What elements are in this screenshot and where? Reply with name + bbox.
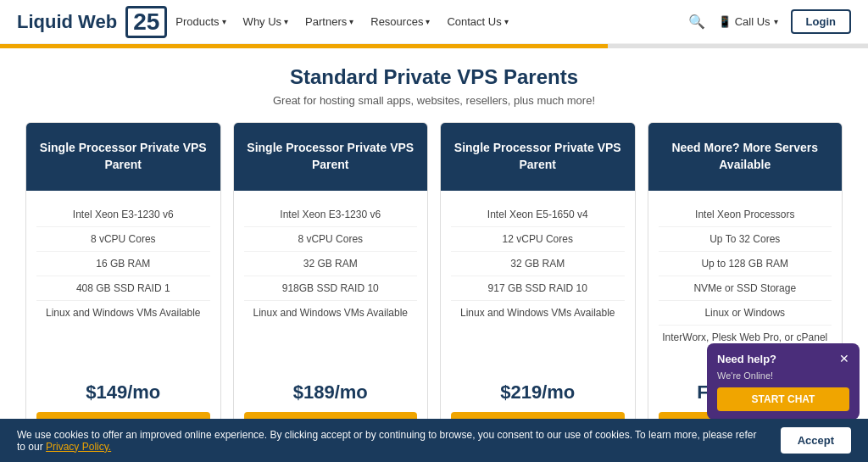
spec-item: Up To 32 Cores [659,227,832,252]
call-button[interactable]: 📱 Call Us ▾ [718,15,778,28]
chat-header: Need help? ✕ [717,352,849,365]
card-1-specs: Intel Xeon E3-1230 v6 8 vCPU Cores 16 GB… [36,203,210,370]
card-1: Single Processor Private VPS Parent Inte… [25,122,221,455]
card-2-price: $189/mo [244,381,418,404]
card-2-specs: Intel Xeon E3-1230 v6 8 vCPU Cores 32 GB… [244,203,418,370]
nav-products[interactable]: Products ▾ [175,15,225,28]
card-1-price: $149/mo [36,381,210,404]
card-2: Single Processor Private VPS Parent Inte… [233,122,429,455]
chevron-down-icon: ▾ [284,17,288,26]
card-4-header: Need More? More Servers Available [648,123,843,191]
section1-title: Standard Private VPS Parents [25,65,843,89]
spec-item: Intel Xeon E5-1650 v4 [451,203,625,227]
start-chat-button[interactable]: START CHAT [717,387,849,411]
chat-close-icon[interactable]: ✕ [839,352,849,365]
cookie-text: We use cookies to offer an improved onli… [17,429,764,453]
spec-item: 8 vCPU Cores [36,227,210,252]
card-3-specs: Intel Xeon E5-1650 v4 12 vCPU Cores 32 G… [451,203,625,370]
navbar-right: 🔍 📱 Call Us ▾ Login [688,9,851,34]
card-1-header: Single Processor Private VPS Parent [26,123,220,191]
chevron-down-icon: ▾ [426,17,430,26]
logo-25: 25 [125,6,167,38]
spec-item: 917 GB SSD RAID 10 [451,276,625,301]
spec-item: Linux and Windows VMs Available [451,301,625,325]
navbar: Liquid Web 25 Products ▾ Why Us ▾ Partne… [0,0,868,44]
spec-item: Intel Xeon Processors [659,203,832,227]
card-3: Single Processor Private VPS Parent Inte… [440,122,636,455]
spec-item: Intel Xeon E3-1230 v6 [244,203,418,227]
logo-name: Liquid Web [17,11,117,33]
card-3-header: Single Processor Private VPS Parent [441,123,635,191]
chevron-down-icon: ▾ [504,17,509,26]
spec-item: 16 GB RAM [36,252,210,276]
spec-item: 32 GB RAM [244,252,418,276]
spec-item: 408 GB SSD RAID 1 [36,276,210,301]
chat-subtitle: We're Online! [717,370,849,381]
spec-item: Linux and Windows VMs Available [36,301,210,325]
nav-why-us[interactable]: Why Us ▾ [243,15,289,28]
card-1-body: Intel Xeon E3-1230 v6 8 vCPU Cores 16 GB… [26,191,220,454]
spec-item: 32 GB RAM [451,252,625,276]
spec-item: Linux or Windows [659,301,832,326]
spec-item: NVMe or SSD Storage [659,276,832,301]
section1-subtitle: Great for hosting small apps, websites, … [25,94,843,107]
card-3-body: Intel Xeon E5-1650 v4 12 vCPU Cores 32 G… [441,191,635,454]
nav-partners[interactable]: Partners ▾ [305,15,353,28]
search-icon[interactable]: 🔍 [688,14,705,30]
chevron-down-icon: ▾ [349,17,353,26]
spec-item: Intel Xeon E3-1230 v6 [36,203,210,227]
nav-resources[interactable]: Resources ▾ [370,15,430,28]
spec-item: 8 vCPU Cores [244,227,418,252]
cookie-banner: We use cookies to offer an improved onli… [0,419,868,462]
card-2-header: Single Processor Private VPS Parent [234,123,428,191]
card-2-body: Intel Xeon E3-1230 v6 8 vCPU Cores 32 GB… [234,191,428,454]
spec-item: 12 vCPU Cores [451,227,625,252]
navbar-left: Liquid Web 25 Products ▾ Why Us ▾ Partne… [17,6,509,38]
spec-item: Linux and Windows VMs Available [244,301,418,325]
accept-cookies-button[interactable]: Accept [781,427,851,454]
chevron-down-icon: ▾ [774,17,778,26]
chat-title: Need help? [717,353,776,365]
privacy-policy-link[interactable]: Privacy Policy. [46,441,111,453]
spec-item: 918GB SSD RAID 10 [244,276,418,301]
navbar-nav: Products ▾ Why Us ▾ Partners ▾ Resources… [175,15,508,28]
login-button[interactable]: Login [791,9,851,34]
chat-widget: Need help? ✕ We're Online! START CHAT [707,343,860,420]
phone-icon: 📱 [718,15,732,28]
spec-item: Up to 128 GB RAM [659,252,832,276]
nav-contact-us[interactable]: Contact Us ▾ [447,15,508,28]
card-3-price: $219/mo [451,381,625,404]
chevron-down-icon: ▾ [222,17,226,26]
